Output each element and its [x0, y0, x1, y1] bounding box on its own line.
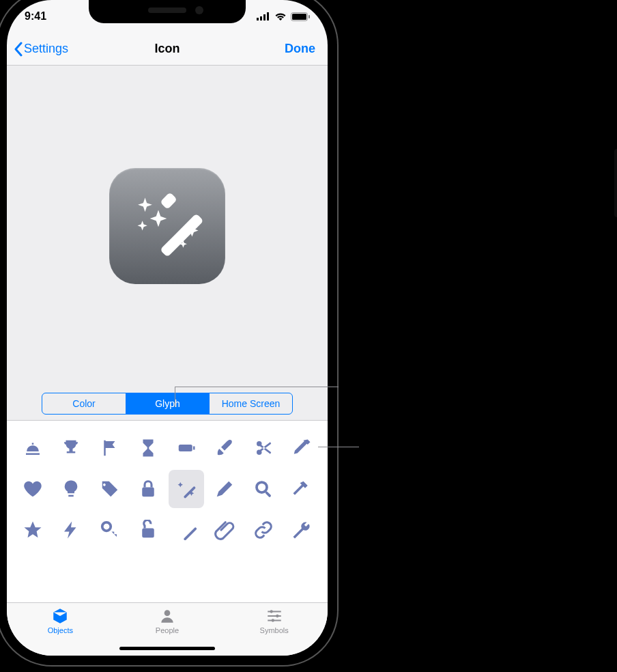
wrench-icon	[291, 520, 312, 540]
back-button[interactable]: Settings	[14, 42, 68, 57]
glyph-trophy[interactable]	[53, 429, 89, 467]
segment-color[interactable]: Color	[42, 393, 126, 414]
status-right	[257, 12, 310, 21]
svg-rect-8	[160, 192, 177, 210]
tab-objects-label: Objects	[48, 626, 73, 634]
pencil-icon	[214, 479, 235, 499]
svg-rect-14	[184, 486, 197, 499]
chevron-left-icon	[14, 42, 23, 57]
glyph-eyedropper[interactable]	[284, 429, 319, 467]
segment-home-screen[interactable]: Home Screen	[209, 393, 292, 414]
wand-sparkles-icon	[176, 479, 197, 499]
paperclip-icon	[214, 520, 235, 540]
cube-icon	[51, 607, 69, 625]
cellular-icon	[257, 12, 270, 20]
glyph-grid	[7, 421, 328, 602]
glyph-tag[interactable]	[92, 470, 128, 508]
glyph-bell-service[interactable]	[15, 429, 51, 467]
tab-symbols[interactable]: Symbols	[221, 607, 327, 634]
callout-line	[175, 387, 339, 387]
svg-rect-10	[193, 447, 195, 450]
svg-rect-2	[263, 14, 266, 20]
svg-rect-5	[292, 14, 306, 20]
glyph-hourglass[interactable]	[130, 429, 166, 467]
svg-rect-19	[184, 527, 197, 540]
wifi-icon	[274, 12, 287, 20]
tab-bar: Objects People Symbols	[7, 602, 328, 656]
hourglass-icon	[138, 438, 158, 458]
tab-symbols-label: Symbols	[260, 626, 289, 634]
glyph-star[interactable]	[15, 511, 51, 549]
nav-title: Icon	[154, 42, 180, 56]
trophy-icon	[61, 438, 81, 458]
glyph-key[interactable]	[92, 511, 128, 549]
icon-preview	[109, 168, 225, 284]
segmented-control: Color Glyph Home Screen	[42, 393, 293, 415]
phone-side-button-vol-down	[0, 205, 3, 251]
svg-rect-1	[260, 16, 262, 20]
glyph-wand[interactable]	[169, 511, 204, 549]
sliders-icon	[266, 607, 283, 625]
glyph-link[interactable]	[246, 511, 281, 549]
key-icon	[100, 520, 120, 540]
nav-bar: Settings Icon Done	[7, 33, 328, 66]
glyph-lock[interactable]	[130, 470, 166, 508]
svg-rect-7	[160, 213, 203, 257]
tab-objects[interactable]: Objects	[8, 607, 113, 634]
glyph-flag[interactable]	[92, 429, 128, 467]
tab-people[interactable]: People	[114, 607, 220, 634]
glyph-bolt[interactable]	[53, 511, 89, 549]
flag-icon	[100, 438, 120, 458]
glyph-hammer[interactable]	[284, 470, 319, 508]
paintbrush-icon	[214, 438, 235, 458]
svg-rect-6	[308, 15, 310, 18]
person-icon	[158, 607, 176, 625]
glyph-scissors[interactable]	[246, 429, 281, 467]
status-time: 9:41	[25, 10, 46, 23]
lock-open-icon	[138, 520, 158, 540]
phone-notch	[89, 0, 246, 23]
glyph-pencil[interactable]	[207, 470, 242, 508]
svg-rect-16	[265, 491, 272, 498]
glyph-heart[interactable]	[15, 470, 51, 508]
svg-rect-0	[257, 18, 259, 20]
tab-people-label: People	[156, 626, 179, 634]
glyph-lightbulb[interactable]	[53, 470, 89, 508]
glyph-battery[interactable]	[169, 429, 204, 467]
svg-rect-9	[179, 445, 192, 451]
svg-rect-3	[267, 12, 269, 20]
glyph-wrench[interactable]	[284, 511, 319, 549]
heart-icon	[23, 479, 43, 499]
bell-service-icon	[23, 438, 43, 458]
scissors-icon	[253, 438, 274, 458]
callout-line	[318, 447, 359, 447]
glyph-paintbrush[interactable]	[207, 429, 242, 467]
glyph-wand-sparkles[interactable]	[169, 470, 204, 508]
svg-point-15	[257, 482, 267, 492]
callout-line	[175, 387, 175, 407]
hammer-icon	[291, 479, 312, 499]
phone-frame: 9:41 Settings Icon Done	[7, 0, 328, 656]
glyph-lock-open[interactable]	[130, 511, 166, 549]
svg-point-22	[276, 615, 278, 617]
glyph-paperclip[interactable]	[207, 511, 242, 549]
eyedropper-icon	[291, 438, 312, 458]
bolt-icon	[61, 520, 81, 540]
magnifier-icon	[253, 479, 274, 499]
segmented-control-wrap: Color Glyph Home Screen	[7, 387, 328, 421]
svg-point-23	[271, 619, 274, 621]
icon-preview-area	[7, 66, 328, 387]
battery-icon	[291, 12, 310, 21]
home-indicator[interactable]	[119, 647, 215, 650]
svg-rect-18	[142, 529, 154, 538]
phone-side-button-vol-up	[0, 146, 3, 193]
svg-point-21	[270, 610, 272, 613]
svg-point-17	[102, 522, 111, 531]
glyph-magnifier[interactable]	[246, 470, 281, 508]
segment-glyph[interactable]: Glyph	[126, 393, 209, 414]
wand-icon	[176, 520, 197, 540]
svg-rect-13	[142, 488, 154, 497]
wand-sparkles-icon	[123, 182, 212, 270]
done-button[interactable]: Done	[285, 42, 315, 56]
battery-icon	[176, 438, 197, 458]
